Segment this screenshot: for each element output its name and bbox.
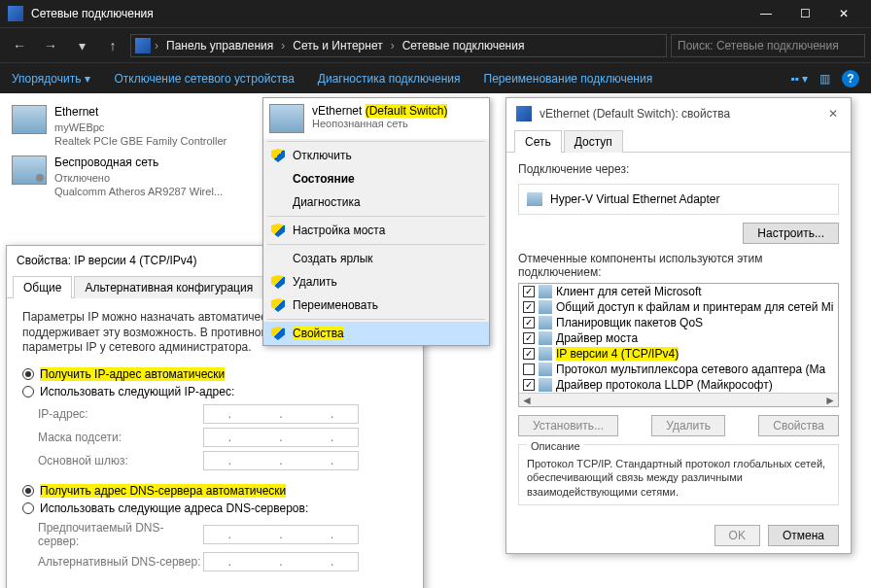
breadcrumb[interactable]: Панель управления [162, 39, 277, 52]
component-label: Протокол мультиплексора сетевого адаптер… [556, 363, 825, 376]
address-bar[interactable]: › Панель управления › Сеть и Интернет › … [130, 34, 667, 57]
view-button[interactable]: ▪▪ ▾ [790, 72, 808, 86]
adapter-properties-dialog: vEthernet (Default Switch): свойства ✕ С… [505, 97, 852, 554]
checkbox-icon[interactable]: ✓ [523, 332, 535, 344]
component-item[interactable]: ✓Планировщик пакетов QoS [519, 315, 838, 330]
maximize-button[interactable]: ☐ [785, 0, 824, 27]
checkbox-icon[interactable] [523, 363, 535, 375]
component-label: IP версии 4 (TCP/IPv4) [556, 347, 679, 361]
dialog-title: vEthernet (Default Switch): свойства [540, 107, 818, 121]
components-list[interactable]: ✓Клиент для сетей Microsoft✓Общий доступ… [518, 283, 839, 407]
connect-via-label: Подключение через: [518, 162, 839, 176]
connection-item-ethernet[interactable]: Ethernet myWEBpc Realtek PCIe GBE Family… [8, 101, 251, 152]
dns1-field[interactable]: ... [203, 525, 359, 544]
help-icon[interactable]: ? [842, 70, 859, 87]
tab-network[interactable]: Сеть [514, 130, 562, 153]
connection-name: Ethernet [54, 105, 226, 121]
configure-button[interactable]: Настроить... [743, 223, 839, 244]
mask-label: Маска подсети: [38, 431, 203, 444]
component-icon [539, 316, 552, 329]
component-label: Общий доступ к файлам и принтерам для се… [556, 300, 833, 314]
component-icon [539, 285, 552, 298]
shield-icon [271, 327, 285, 340]
ip-field[interactable]: ... [203, 404, 359, 424]
description-label: Описание [527, 440, 584, 452]
breadcrumb[interactable]: Сеть и Интернет [289, 39, 386, 52]
shield-icon [271, 149, 285, 162]
toolbar: Упорядочить ▾ Отключение сетевого устрой… [0, 62, 871, 93]
tab-access[interactable]: Доступ [564, 130, 623, 153]
radio-manual-ip[interactable]: Использовать следующий IP-адрес: [22, 385, 407, 398]
ctx-delete[interactable]: Удалить [263, 270, 489, 294]
ok-button[interactable]: OK [714, 525, 760, 546]
network-icon [516, 106, 532, 121]
checkbox-icon[interactable]: ✓ [523, 317, 535, 329]
ctx-disable[interactable]: Отключить [263, 144, 489, 167]
back-button[interactable]: ← [6, 32, 33, 59]
dns2-field[interactable]: ... [203, 552, 359, 571]
close-button[interactable]: ✕ [824, 0, 863, 27]
titlebar: Сетевые подключения — ☐ ✕ [0, 0, 871, 27]
component-label: Драйвер моста [556, 331, 638, 345]
component-item[interactable]: ✓IP версии 4 (TCP/IPv4) [519, 346, 838, 362]
cancel-button[interactable]: Отмена [768, 525, 839, 546]
tab-general[interactable]: Общие [13, 276, 72, 298]
component-item[interactable]: ✓Драйвер моста [519, 330, 838, 346]
component-icon [539, 300, 552, 314]
radio-auto-dns[interactable]: Получить адрес DNS-сервера автоматически [22, 484, 407, 498]
search-input[interactable]: Поиск: Сетевые подключения [671, 34, 865, 57]
component-item[interactable]: ✓Клиент для сетей Microsoft [519, 284, 838, 299]
radio-icon [22, 368, 34, 380]
context-subtitle: Неопознанная сеть [312, 118, 447, 129]
ctx-status[interactable]: Состояние [263, 167, 489, 190]
component-icon [539, 378, 552, 392]
connection-name: Беспроводная сеть [54, 156, 223, 171]
wifi-icon [12, 156, 47, 185]
radio-icon [22, 502, 34, 514]
connection-device: Qualcomm Atheros AR9287 Wirel... [54, 185, 223, 198]
shield-icon [271, 298, 285, 312]
recent-button[interactable]: ▾ [68, 32, 95, 59]
breadcrumb[interactable]: Сетевые подключения [399, 39, 529, 52]
rename-connection-button[interactable]: Переименование подключения [484, 72, 653, 86]
component-label: Планировщик пакетов QoS [556, 316, 703, 329]
connection-item-wifi[interactable]: Беспроводная сеть Отключено Qualcomm Ath… [8, 152, 251, 202]
ctx-properties[interactable]: Свойства [263, 322, 489, 345]
component-item[interactable]: Протокол мультиплексора сетевого адаптер… [519, 362, 838, 377]
close-button[interactable]: ✕ [825, 107, 841, 121]
radio-auto-ip[interactable]: Получить IP-адрес автоматически [22, 367, 407, 381]
up-button[interactable]: ↑ [99, 32, 126, 59]
details-pane-button[interactable]: ▥ [819, 72, 830, 86]
install-button[interactable]: Установить... [518, 415, 618, 436]
connection-status: Отключено [54, 171, 223, 185]
scrollbar[interactable]: ◄► [519, 393, 838, 406]
adapter-icon [527, 192, 542, 206]
component-properties-button[interactable]: Свойства [758, 415, 839, 436]
component-item[interactable]: ✓Общий доступ к файлам и принтерам для с… [519, 299, 838, 315]
component-icon [539, 347, 552, 361]
ctx-diagnose[interactable]: Диагностика [263, 190, 489, 214]
radio-manual-dns[interactable]: Использовать следующие адреса DNS-сервер… [22, 502, 407, 515]
minimize-button[interactable]: — [747, 0, 785, 27]
ctx-rename[interactable]: Переименовать [263, 294, 489, 317]
component-icon [539, 331, 552, 345]
ethernet-icon [12, 105, 47, 134]
vethernet-icon [269, 104, 304, 133]
gateway-field[interactable]: ... [203, 451, 359, 470]
disable-device-button[interactable]: Отключение сетевого устройства [114, 72, 294, 86]
checkbox-icon[interactable]: ✓ [523, 301, 535, 313]
tab-alt-config[interactable]: Альтернативная конфигурация [74, 276, 263, 298]
checkbox-icon[interactable]: ✓ [523, 348, 535, 360]
ctx-shortcut[interactable]: Создать ярлык [263, 247, 489, 270]
mask-field[interactable]: ... [203, 428, 359, 447]
organize-menu[interactable]: Упорядочить ▾ [12, 72, 90, 86]
component-item[interactable]: ✓Драйвер протокола LLDP (Майкрософт) [519, 377, 838, 393]
navbar: ← → ▾ ↑ › Панель управления › Сеть и Инт… [0, 27, 871, 62]
ctx-bridge[interactable]: Настройка моста [263, 219, 489, 242]
checkbox-icon[interactable]: ✓ [523, 286, 535, 297]
uninstall-button[interactable]: Удалить [651, 415, 725, 436]
checkbox-icon[interactable]: ✓ [523, 379, 535, 391]
window-title: Сетевые подключения [31, 7, 747, 20]
forward-button[interactable]: → [37, 32, 64, 59]
diagnose-button[interactable]: Диагностика подключения [318, 72, 461, 86]
